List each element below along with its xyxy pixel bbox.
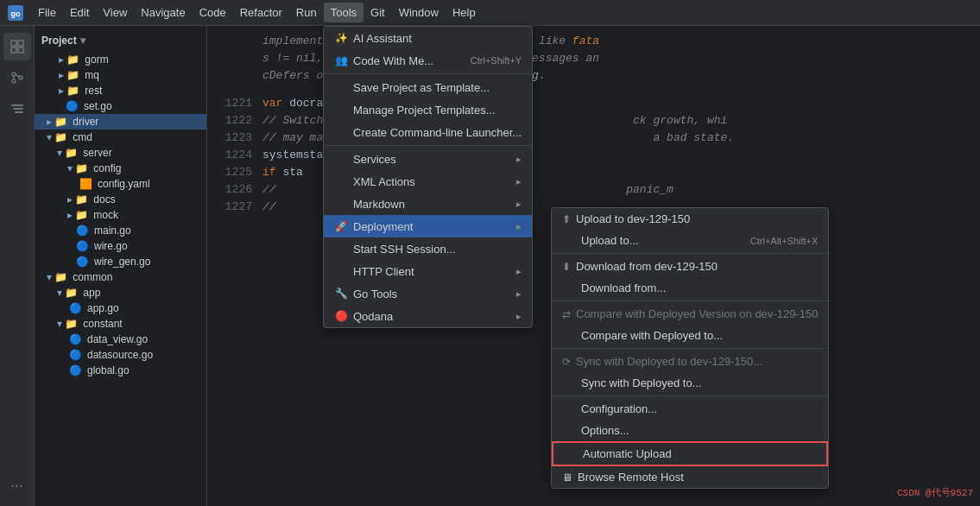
menu-view[interactable]: View bbox=[96, 3, 134, 22]
tree-item-maingo[interactable]: 🔵 main.go bbox=[35, 223, 206, 238]
menu-item-create-launcher[interactable]: Create Command-line Launcher... bbox=[324, 121, 532, 143]
menu-item-markdown[interactable]: Markdown ▸ bbox=[324, 193, 532, 215]
tree-item-globalgo[interactable]: 🔵 global.go bbox=[35, 363, 206, 378]
folder-icon: ▸ 📁 bbox=[59, 54, 79, 66]
go-tools-icon: 🔧 bbox=[334, 287, 348, 300]
sidebar-icon-project[interactable] bbox=[3, 33, 31, 60]
shortcut: Ctrl+Alt+Shift+X bbox=[750, 236, 819, 246]
submenu-item-automatic-upload[interactable]: Automatic Upload bbox=[552, 441, 828, 466]
menu-navigate[interactable]: Navigate bbox=[134, 3, 192, 22]
tree-item-server[interactable]: ▾ 📁 server bbox=[35, 145, 206, 161]
tree-item-mq[interactable]: ▸ 📁 mq bbox=[35, 67, 206, 83]
folder-icon: ▸ 📁 bbox=[47, 116, 67, 128]
menu-item-ai-assistant[interactable]: ✨ AI Assistant bbox=[324, 27, 532, 49]
svg-rect-5 bbox=[18, 47, 23, 53]
tree-item-configyaml[interactable]: 🟧 config.yaml bbox=[35, 176, 206, 192]
submenu-item-upload-to[interactable]: Upload to... Ctrl+Alt+Shift+X bbox=[552, 230, 828, 251]
tree-item-label: datasource.go bbox=[87, 349, 153, 361]
menu-edit[interactable]: Edit bbox=[63, 3, 96, 22]
submenu-item-label: Sync with Deployed to dev-129-150... bbox=[576, 355, 762, 368]
menu-item-http-client[interactable]: HTTP Client ▸ bbox=[324, 260, 532, 282]
line-num-1226: 1226 bbox=[218, 181, 252, 199]
sidebar-icon-git[interactable] bbox=[3, 64, 31, 92]
line-num bbox=[218, 33, 252, 50]
go-file-icon: 🔵 bbox=[69, 364, 82, 376]
menu-item-qodana[interactable]: 🔴 Qodana ▸ bbox=[324, 305, 532, 327]
line-num-1222: 1222 bbox=[218, 112, 252, 130]
arrow-icon: ▸ bbox=[516, 199, 522, 210]
menu-tools[interactable]: Tools bbox=[324, 3, 364, 22]
separator bbox=[552, 253, 828, 254]
menu-git[interactable]: Git bbox=[364, 3, 392, 22]
menu-item-go-tools[interactable]: 🔧 Go Tools ▸ bbox=[324, 282, 532, 305]
folder-icon: ▾ 📁 bbox=[47, 271, 67, 283]
ssh-icon bbox=[334, 242, 348, 256]
tree-item-cmd[interactable]: ▾ 📁 cmd bbox=[35, 130, 206, 145]
menu-help[interactable]: Help bbox=[446, 3, 483, 22]
submenu-item-label: Browse Remote Host bbox=[578, 471, 684, 484]
submenu-item-browse-remote[interactable]: 🖥 Browse Remote Host bbox=[552, 466, 828, 488]
menu-window[interactable]: Window bbox=[392, 3, 446, 22]
sidebar-icon-more[interactable]: ··· bbox=[3, 471, 31, 499]
submenu-item-configuration[interactable]: Configuration... bbox=[552, 398, 828, 420]
tree-panel-title: Project bbox=[41, 35, 77, 47]
tree-item-gorm[interactable]: ▸ 📁 gorm bbox=[35, 52, 206, 67]
tree-item-driver[interactable]: ▸ 📁 driver bbox=[35, 114, 206, 130]
folder-icon: ▾ 📁 bbox=[57, 318, 78, 330]
tree-item-label: wire_gen.go bbox=[94, 256, 150, 268]
submenu-item-upload-dev[interactable]: ⬆ Upload to dev-129-150 bbox=[552, 208, 828, 230]
tree-item-constant[interactable]: ▾ 📁 constant bbox=[35, 316, 206, 332]
menu-code[interactable]: Code bbox=[193, 3, 233, 22]
tree-item-common[interactable]: ▾ 📁 common bbox=[35, 269, 206, 285]
xml-icon bbox=[334, 174, 348, 188]
submenu-item-label: Upload to dev-129-150 bbox=[576, 212, 690, 225]
tree-item-config[interactable]: ▾ 📁 config bbox=[35, 161, 206, 176]
menu-item-deployment[interactable]: 🚀 Deployment ▸ bbox=[324, 215, 532, 237]
menu-refactor[interactable]: Refactor bbox=[233, 3, 289, 22]
menu-run[interactable]: Run bbox=[289, 3, 324, 22]
svg-text:go: go bbox=[11, 9, 21, 18]
tree-item-label: config.yaml bbox=[98, 178, 150, 190]
markdown-icon bbox=[334, 197, 348, 211]
file-tree-panel: Project ▾ ▸ 📁 gorm ▸ 📁 mq ▸ 📁 rest 🔵 set… bbox=[35, 26, 207, 506]
arrow-icon: ▸ bbox=[516, 288, 522, 300]
svg-point-6 bbox=[12, 73, 16, 76]
menu-item-code-with-me[interactable]: 👥 Code With Me... Ctrl+Shift+Y bbox=[324, 49, 532, 72]
sidebar-icon-structure[interactable] bbox=[3, 95, 31, 123]
tree-item-label: set.go bbox=[84, 100, 112, 112]
tree-item-datasourcego[interactable]: 🔵 datasource.go bbox=[35, 347, 206, 363]
menu-item-xml-actions[interactable]: XML Actions ▸ bbox=[324, 170, 532, 193]
submenu-item-options[interactable]: Options... bbox=[552, 420, 828, 441]
menu-item-label: HTTP Client bbox=[353, 265, 414, 278]
tree-item-dataviewgo[interactable]: 🔵 data_view.go bbox=[35, 332, 206, 347]
tree-item-appgo[interactable]: 🔵 app.go bbox=[35, 300, 206, 316]
menu-item-manage-templates[interactable]: Manage Project Templates... bbox=[324, 98, 532, 121]
save-icon bbox=[334, 80, 348, 94]
tree-item-rest[interactable]: ▸ 📁 rest bbox=[35, 83, 206, 98]
submenu-item-download-dev[interactable]: ⬇ Download from dev-129-150 bbox=[552, 256, 828, 277]
submenu-item-compare-to[interactable]: Compare with Deployed to... bbox=[552, 325, 828, 346]
arrow-icon: ▸ bbox=[516, 221, 522, 232]
tree-item-label: constant bbox=[83, 318, 122, 330]
tree-panel-header[interactable]: Project ▾ bbox=[35, 29, 206, 52]
menu-item-ssh[interactable]: Start SSH Session... bbox=[324, 237, 532, 260]
tree-item-docs[interactable]: ▸ 📁 docs bbox=[35, 192, 206, 207]
submenu-item-download-from[interactable]: Download from... bbox=[552, 277, 828, 299]
arrow-icon: ▸ bbox=[516, 154, 522, 165]
separator bbox=[552, 348, 828, 349]
tree-item-label: cmd bbox=[73, 131, 92, 143]
menu-item-label: Deployment bbox=[353, 220, 413, 233]
menu-file[interactable]: File bbox=[31, 3, 63, 22]
menu-item-services[interactable]: Services ▸ bbox=[324, 148, 532, 170]
menu-item-save-template[interactable]: Save Project as Template... bbox=[324, 76, 532, 98]
tree-item-setgo[interactable]: 🔵 set.go bbox=[35, 98, 206, 114]
tree-item-label: app.go bbox=[87, 302, 119, 314]
compare-icon: ⇄ bbox=[562, 308, 571, 320]
tree-item-app[interactable]: ▾ 📁 app bbox=[35, 285, 206, 300]
submenu-item-sync-to[interactable]: Sync with Deployed to... bbox=[552, 372, 828, 394]
tree-item-mock[interactable]: ▸ 📁 mock bbox=[35, 207, 206, 223]
submenu-item-label: Download from... bbox=[581, 281, 666, 294]
panel-dropdown-icon: ▾ bbox=[80, 35, 85, 47]
tree-item-wiregongo[interactable]: 🔵 wire_gen.go bbox=[35, 254, 206, 269]
tree-item-wirego[interactable]: 🔵 wire.go bbox=[35, 238, 206, 254]
